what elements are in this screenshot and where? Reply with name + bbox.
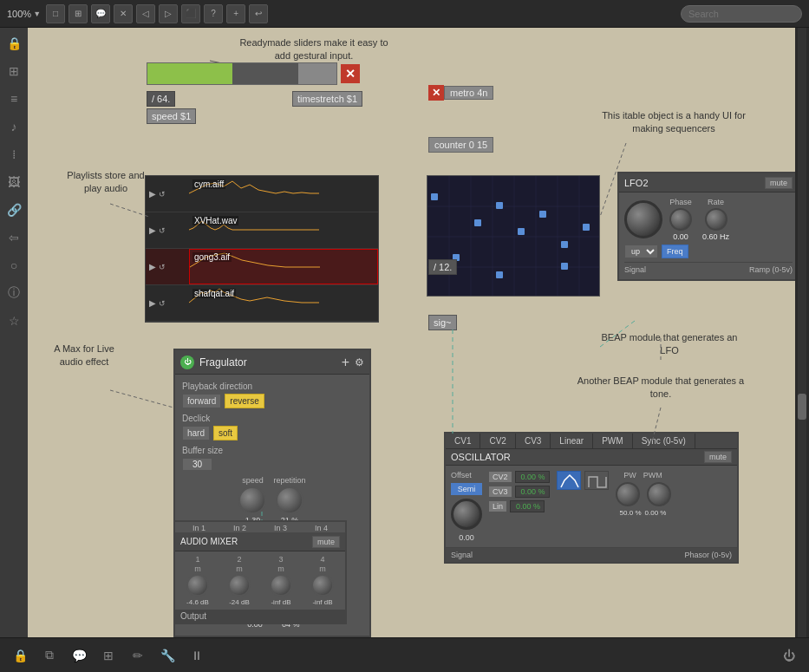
zoom-display[interactable]: 100% ▼: [7, 9, 41, 19]
copy-icon[interactable]: ⧉: [40, 646, 59, 665]
loop-icon-cym[interactable]: ↺: [159, 190, 166, 199]
mixer-ch4-m: m: [319, 564, 326, 573]
fragulator-power-btn[interactable]: ⏻: [180, 356, 194, 369]
sig-widget[interactable]: sig~: [428, 314, 457, 329]
sidebar-icon-arrow[interactable]: ⇦: [5, 229, 23, 246]
lfo-mute-btn[interactable]: mute: [765, 177, 793, 189]
toolbar-btn-7[interactable]: ⬛: [181, 4, 200, 23]
osc-tab-cv3[interactable]: CV3: [516, 434, 551, 448]
pause-icon[interactable]: ⏸: [187, 646, 206, 665]
lfo-main-knob[interactable]: [624, 200, 662, 238]
fragulator-settings-btn[interactable]: ⚙: [355, 356, 364, 369]
sidebar-icon-star[interactable]: ☆: [5, 312, 23, 329]
power-icon[interactable]: ⏻: [780, 646, 799, 665]
sidebar-icon-circle[interactable]: ○: [5, 257, 23, 274]
toolbar-btn-1[interactable]: □: [46, 4, 65, 23]
bottom-icons-left: 🔒 ⧉ 💬 ⊞ ✏ 🔧 ⏸: [10, 646, 206, 665]
sidebar-icon-dots[interactable]: ⁞: [5, 146, 23, 163]
scrollbar-track[interactable]: [798, 28, 806, 637]
toolbar-btn-9[interactable]: +: [226, 4, 245, 23]
sidebar-icon-lines[interactable]: ≡: [5, 90, 23, 108]
grid-icon[interactable]: ⊞: [99, 646, 118, 665]
loop-icon-gong[interactable]: ↺: [159, 263, 166, 271]
itable-svg: [427, 176, 600, 297]
loop-icon-xvhat[interactable]: ↺: [159, 226, 166, 235]
osc-cv2-btn[interactable]: CV2: [489, 472, 512, 482]
sidebar-icon-grid[interactable]: ⊞: [5, 62, 23, 80]
lfo-phase-knob[interactable]: [669, 208, 692, 231]
osc-tab-cv1[interactable]: CV1: [446, 434, 480, 448]
toolbar-btn-8[interactable]: ?: [204, 4, 223, 23]
osc-semi-btn[interactable]: Semi: [451, 483, 482, 495]
playlist-row-cym[interactable]: ▶ ↺ cym.aiff: [146, 176, 378, 212]
speed-knob-group: speed 1.39: [238, 476, 266, 525]
lock-icon[interactable]: 🔒: [10, 646, 29, 665]
play-icon-xvhat[interactable]: ▶: [149, 225, 156, 235]
sidebar-icon-image[interactable]: 🖼: [5, 173, 23, 191]
play-icon-shafqat[interactable]: ▶: [149, 298, 156, 308]
playlist-row-xvhat[interactable]: ▶ ↺ XVHat.wav: [146, 212, 378, 249]
sidebar-icon-lock[interactable]: 🔒: [5, 35, 23, 52]
soft-btn[interactable]: soft: [213, 426, 238, 440]
scrollbar-thumb[interactable]: [798, 394, 806, 420]
sidebar-icon-info[interactable]: ⓘ: [5, 284, 23, 302]
lfo-freq-btn[interactable]: Freq: [662, 245, 688, 258]
metro-close-btn[interactable]: ✕: [428, 85, 444, 101]
playlist-row-gong[interactable]: ▶ ↺ gong3.aif: [146, 249, 378, 285]
buffer-size-input[interactable]: [182, 458, 212, 471]
osc-wave-sine[interactable]: [557, 471, 581, 490]
mixer-mute-btn[interactable]: mute: [312, 536, 340, 548]
annotation-slider: Readymade sliders make it easy to add ge…: [236, 36, 392, 63]
lfo-rate-knob[interactable]: [705, 208, 727, 231]
chat-icon[interactable]: 💬: [69, 646, 88, 665]
slider-close-btn[interactable]: ✕: [341, 64, 360, 83]
osc-cv3-btn[interactable]: CV3: [489, 486, 512, 497]
mixer-in-labels-row: In 1 In 2 In 3 In 4: [175, 522, 345, 532]
search-input[interactable]: [681, 5, 802, 23]
speed-knob[interactable]: [238, 486, 266, 514]
toolbar-btn-6[interactable]: ▷: [159, 4, 178, 23]
playlist-row-shafqat[interactable]: ▶ ↺ shafqat.aif: [146, 285, 378, 322]
play-icon-cym[interactable]: ▶: [149, 189, 156, 199]
metro-label[interactable]: metro 4n: [444, 86, 493, 100]
mixer-ch1-knob[interactable]: [186, 574, 209, 597]
osc-mute-btn[interactable]: mute: [704, 451, 732, 463]
reverse-btn[interactable]: reverse: [225, 394, 264, 408]
osc-wave-square[interactable]: [584, 471, 609, 490]
fragulator-add-btn[interactable]: +: [342, 355, 349, 370]
counter-label[interactable]: counter 0 15: [428, 137, 493, 153]
toolbar-btn-4[interactable]: ✕: [114, 4, 133, 23]
lfo-direction-select[interactable]: up: [624, 245, 658, 258]
toolbar-btn-3[interactable]: 💬: [91, 4, 110, 23]
osc-tab-pwm[interactable]: PWM: [593, 434, 632, 448]
main-slider[interactable]: [147, 62, 337, 85]
sidebar-icon-music[interactable]: ♪: [5, 118, 23, 135]
repetition-knob[interactable]: [276, 486, 303, 514]
toolbar-btn-2[interactable]: ⊞: [69, 4, 88, 23]
brush-icon[interactable]: ✏: [128, 646, 147, 665]
mixer-ch3-knob[interactable]: [270, 574, 292, 597]
lfo-main-row: Phase 0.00 Rate 0.60 Hz: [624, 198, 793, 241]
toolbar-btn-5[interactable]: ◁: [136, 4, 155, 23]
osc-pwm-knob[interactable]: [647, 482, 671, 506]
toolbar-btn-undo[interactable]: ↩: [249, 4, 268, 23]
osc-tab-linear[interactable]: Linear: [551, 434, 593, 448]
osc-tab-cv2[interactable]: CV2: [480, 434, 515, 448]
mixer-ch2-knob[interactable]: [228, 574, 251, 597]
osc-pw-knob[interactable]: [616, 482, 640, 506]
osc-offset-knob[interactable]: [451, 499, 482, 530]
osc-tab-sync[interactable]: Sync (0-5v): [633, 434, 695, 448]
sidebar-icon-link[interactable]: 🔗: [5, 201, 23, 219]
right-scrollbar[interactable]: [795, 28, 809, 637]
hard-btn[interactable]: hard: [182, 426, 210, 440]
forward-btn[interactable]: forward: [182, 394, 221, 408]
loop-icon-shafqat[interactable]: ↺: [159, 299, 166, 308]
osc-lin-btn[interactable]: Lin: [489, 501, 506, 512]
counter-container: counter 0 15: [428, 137, 493, 153]
wrench-icon[interactable]: 🔧: [158, 646, 177, 665]
itable-grid[interactable]: [427, 175, 600, 297]
play-icon-gong[interactable]: ▶: [149, 262, 156, 271]
mixer-ch4-knob[interactable]: [311, 574, 334, 597]
lfo-signal-row: Signal Ramp (0-5v): [624, 262, 793, 274]
zoom-dropdown-icon[interactable]: ▼: [33, 10, 41, 18]
